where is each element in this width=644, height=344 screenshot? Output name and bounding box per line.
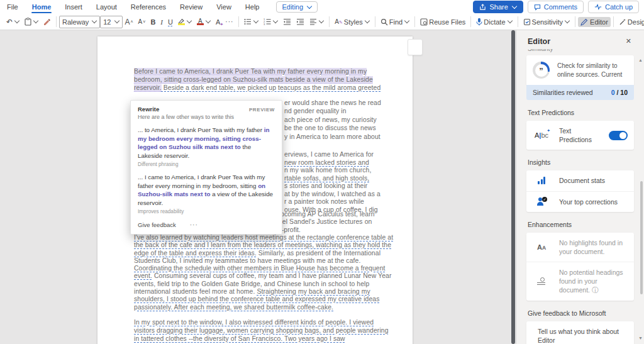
panel-scrollbar[interactable] <box>640 181 643 294</box>
pulse-icon <box>594 4 602 10</box>
chevron-down-icon <box>14 18 19 23</box>
numbering-button[interactable]: 123 <box>261 17 280 26</box>
format-painter-button[interactable] <box>41 17 53 27</box>
top-corrections-item[interactable]: ✓ Your top corrections <box>526 191 634 212</box>
decrease-indent-button[interactable] <box>280 17 294 26</box>
share-label: Share <box>489 3 508 11</box>
text-segment: ... to America, I drank Puer Tea with my… <box>138 126 264 133</box>
rewrite-title: Rewrite <box>138 106 159 113</box>
text-line: s stories and looking at their <box>284 182 410 191</box>
paragraph-2-visible-fragments: erviews, I came to America fornew room l… <box>284 151 410 214</box>
sensitivity-button[interactable]: Sensitivity <box>521 17 573 27</box>
text-line: n my walk home from church, <box>284 167 410 175</box>
rewrite-suggestion-1[interactable]: ... to America, I drank Puer Tea with my… <box>138 126 275 160</box>
editing-mode-dropdown[interactable]: Editing <box>276 1 318 13</box>
document-stats-item[interactable]: Document stats <box>526 170 634 191</box>
svg-text:3: 3 <box>264 23 265 25</box>
chevron-down-icon <box>273 18 278 23</box>
bold-button[interactable]: B <box>148 17 158 27</box>
shrink-font-button[interactable]: A˅ <box>136 18 148 26</box>
align-button[interactable] <box>307 17 326 26</box>
text-predictions-toggle[interactable] <box>609 131 628 140</box>
give-feedback-link[interactable]: Give feedback <box>138 221 176 228</box>
text-segment: ... I came to America, I drank Puer Tea … <box>138 174 265 189</box>
text-line: new room lacked stories and <box>284 159 410 167</box>
similarities-reviewed-bar[interactable]: Similarities reviewed 0 / 10 <box>526 85 634 100</box>
italic-button[interactable]: I <box>158 17 165 27</box>
designer-label: Designer <box>628 18 644 26</box>
text-effects-button[interactable]: A✦ <box>213 17 223 27</box>
numbered-list-icon: 123 <box>264 18 271 25</box>
close-icon[interactable]: ✕ <box>623 36 634 47</box>
undo-button[interactable]: ↶ <box>4 17 22 27</box>
highlights-item[interactable]: AA No highlights found in your document. <box>526 233 634 262</box>
catch-up-label: Catch up <box>605 3 633 11</box>
styles-icon: A✎ <box>335 18 343 25</box>
highlight-button[interactable] <box>175 17 194 26</box>
find-label: Find <box>389 18 402 26</box>
designer-button[interactable]: Designer <box>616 17 644 27</box>
comments-button[interactable]: Comments <box>528 1 584 13</box>
menu-review[interactable]: Review <box>173 1 209 13</box>
chevron-down-icon <box>114 18 119 23</box>
font-color-button[interactable]: A <box>194 17 213 26</box>
menu-references[interactable]: References <box>124 1 173 13</box>
more-font-options-button[interactable]: ··· <box>223 17 236 26</box>
text-predictions-icon: A|bc✦ <box>535 131 548 139</box>
comments-icon <box>534 4 541 11</box>
menu-insert[interactable]: Insert <box>58 1 89 13</box>
feedback-card[interactable]: Tell us what you think about Editor <box>526 321 634 344</box>
scroll-up-icon[interactable]: ▲ <box>638 58 643 62</box>
bullet-list-icon <box>244 18 252 25</box>
underline-button[interactable]: U <box>165 17 175 27</box>
format-painter-icon <box>43 18 51 26</box>
find-button[interactable]: Find <box>378 17 412 27</box>
menu-view[interactable]: View <box>209 1 238 13</box>
headings-icon <box>537 277 546 286</box>
editor-pen-icon <box>580 18 589 26</box>
insights-card: Document stats ✓ Your top corrections <box>526 170 634 211</box>
styles-button[interactable]: A✎ Styles <box>332 17 372 27</box>
highlighter-icon <box>178 18 185 25</box>
document-scrollbar[interactable] <box>511 30 515 344</box>
similarity-text: Check for similarity to online sources. … <box>557 62 628 79</box>
word-app: File Home Insert Layout References Revie… <box>0 0 644 344</box>
text-line: be the one to discuss the news <box>284 124 410 132</box>
bullets-button[interactable] <box>242 17 261 26</box>
increase-indent-button[interactable] <box>294 17 307 26</box>
dictate-label: Dictate <box>484 18 505 26</box>
font-size-value: 12 <box>103 18 111 26</box>
font-size-select[interactable]: 12 <box>100 16 122 28</box>
editor-panel-title: Editor <box>528 37 550 46</box>
text-line: r a painter took notes while <box>284 198 410 206</box>
scroll-down-icon[interactable]: ▼ <box>638 336 643 340</box>
more-options-icon[interactable]: ··· <box>190 221 198 228</box>
headings-item[interactable]: No potential headings found in your docu… <box>526 262 634 301</box>
reuse-files-label: Reuse Files <box>429 18 465 26</box>
comment-anchor[interactable] <box>408 39 423 55</box>
grow-font-button[interactable]: A˄ <box>123 17 136 27</box>
share-button[interactable]: Share <box>473 1 523 13</box>
similarity-card[interactable]: Check for similarity to online sources. … <box>526 55 634 85</box>
reuse-files-button[interactable]: Reuse Files <box>418 17 468 27</box>
dictate-button[interactable]: Dictate <box>474 16 514 27</box>
menu-bar: File Home Insert Layout References Revie… <box>0 0 644 14</box>
menu-help[interactable]: Help <box>238 1 267 13</box>
chevron-down-icon <box>565 18 570 23</box>
catch-up-button[interactable]: Catch up <box>588 1 639 13</box>
font-name-select[interactable]: Raleway <box>59 16 100 28</box>
text-highlights-icon: AA <box>537 243 546 251</box>
editor-button[interactable]: Editor <box>578 17 611 27</box>
chevron-down-icon <box>307 3 312 8</box>
menu-file[interactable]: File <box>0 1 25 13</box>
chevron-down-icon <box>92 18 97 23</box>
text-predictions-card: A|bc✦ Text Predictions <box>526 121 634 150</box>
menu-layout[interactable]: Layout <box>89 1 124 13</box>
menu-home[interactable]: Home <box>25 1 58 13</box>
font-name-value: Raleway <box>62 18 89 26</box>
rewrite-suggestion-2-tag: Improves readability <box>138 209 275 214</box>
text-segment: In my spot next to the window, I also wi… <box>134 319 389 342</box>
paste-button[interactable] <box>22 16 41 27</box>
rewrite-suggestion-2[interactable]: ... I came to America, I drank Puer Tea … <box>138 173 275 208</box>
menubar-actions: Share Comments Catch up <box>473 1 644 13</box>
